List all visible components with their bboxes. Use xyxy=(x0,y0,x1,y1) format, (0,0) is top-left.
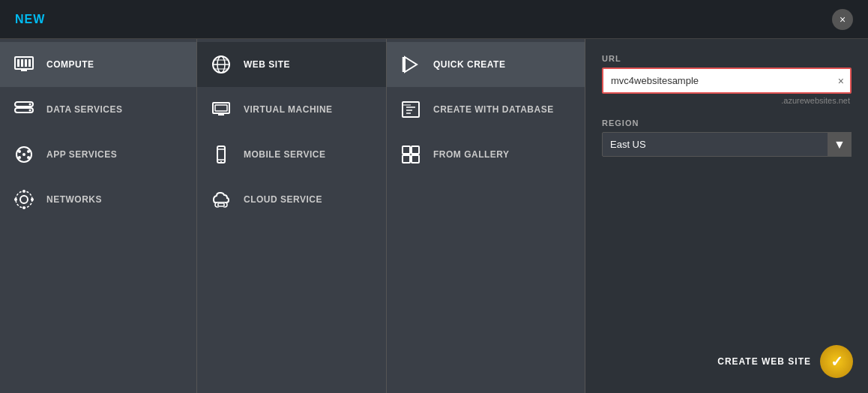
nav-item-web-site[interactable]: WEB SITE xyxy=(197,42,386,87)
sidebar-item-networks[interactable]: NETWORKS xyxy=(0,177,196,222)
sidebar-item-compute[interactable]: COMPUTE xyxy=(0,42,196,87)
svg-rect-45 xyxy=(403,146,410,154)
region-select-wrapper: East US West US East Asia West Europe ▼ xyxy=(602,132,852,157)
url-suffix: .azurewebsites.net xyxy=(602,96,852,105)
nav-virtual-machine-label: VIRTUAL MACHINE xyxy=(244,104,333,115)
mobile-service-icon xyxy=(209,142,233,166)
create-web-site-label: CREATE WEB SITE xyxy=(717,356,811,367)
nav-cloud-service-label: CLOUD SERVICE xyxy=(244,194,322,205)
svg-point-35 xyxy=(220,161,222,163)
nav-item-quick-create[interactable]: QUICK CREATE xyxy=(387,42,585,87)
sidebar-item-data-services[interactable]: DATA SERVICES xyxy=(0,87,196,132)
subcategory-column: WEB SITE VIRTUAL MACHINE xyxy=(197,39,387,393)
svg-rect-3 xyxy=(25,59,27,67)
form-column: URL × .azurewebsites.net REGION East US … xyxy=(585,39,868,393)
create-web-site-area[interactable]: CREATE WEB SITE xyxy=(717,345,853,378)
svg-point-13 xyxy=(27,150,30,153)
app-services-icon xyxy=(12,142,36,166)
sidebar-item-networks-label: NETWORKS xyxy=(46,194,102,205)
region-label: REGION xyxy=(602,118,852,128)
category-column: COMPUTE DATA SERVICES xyxy=(0,39,197,393)
region-field-group: REGION East US West US East Asia West Eu… xyxy=(602,118,852,157)
svg-marker-40 xyxy=(405,57,417,72)
svg-point-10 xyxy=(29,110,31,112)
nav-item-virtual-machine[interactable]: VIRTUAL MACHINE xyxy=(197,87,386,132)
data-services-icon xyxy=(12,98,36,122)
sidebar-item-app-label: APP SERVICES xyxy=(46,149,117,160)
svg-rect-48 xyxy=(412,155,419,163)
svg-point-15 xyxy=(27,156,30,159)
dialog-header: NEW × xyxy=(0,0,868,39)
url-clear-button[interactable]: × xyxy=(832,72,850,90)
svg-rect-4 xyxy=(28,59,31,67)
url-input[interactable] xyxy=(603,69,832,92)
nav-quick-create-label: QUICK CREATE xyxy=(433,59,505,70)
quick-create-icon xyxy=(399,52,423,76)
nav-item-mobile-service[interactable]: MOBILE SERVICE xyxy=(197,132,386,177)
svg-rect-41 xyxy=(403,102,419,117)
sidebar-item-data-label: DATA SERVICES xyxy=(46,104,122,115)
svg-point-18 xyxy=(16,191,32,208)
virtual-machine-icon xyxy=(209,98,233,122)
nav-from-gallery-label: FROM GALLERY xyxy=(433,149,510,160)
dialog-title: NEW xyxy=(15,13,45,26)
nav-mobile-service-label: MOBILE SERVICE xyxy=(244,149,325,160)
main-content: COMPUTE DATA SERVICES xyxy=(0,39,868,393)
action-column: QUICK CREATE CREATE WITH DATABASE xyxy=(387,39,585,393)
close-button[interactable]: × xyxy=(832,9,853,30)
region-select[interactable]: East US West US East Asia West Europe xyxy=(602,132,852,157)
url-label: URL xyxy=(602,54,852,63)
svg-point-12 xyxy=(18,150,21,153)
svg-rect-47 xyxy=(403,155,410,163)
from-gallery-icon xyxy=(399,142,423,166)
svg-point-17 xyxy=(20,196,28,203)
svg-rect-46 xyxy=(412,146,419,154)
nav-item-cloud-service[interactable]: CLOUD SERVICE xyxy=(197,177,386,222)
svg-point-19 xyxy=(22,190,25,193)
url-input-wrapper: × xyxy=(602,68,852,94)
svg-point-14 xyxy=(18,156,21,159)
web-site-icon xyxy=(209,52,233,76)
svg-point-21 xyxy=(14,198,17,201)
nav-create-db-label: CREATE WITH DATABASE xyxy=(433,104,554,115)
svg-rect-29 xyxy=(215,105,227,111)
cloud-service-icon xyxy=(209,188,233,212)
svg-point-9 xyxy=(29,104,31,106)
svg-point-20 xyxy=(22,206,25,209)
svg-point-16 xyxy=(22,153,25,156)
nav-web-site-label: WEB SITE xyxy=(244,59,290,70)
nav-item-create-with-database[interactable]: CREATE WITH DATABASE xyxy=(387,87,585,132)
svg-rect-1 xyxy=(17,59,19,67)
create-web-site-button[interactable] xyxy=(820,345,853,378)
svg-point-22 xyxy=(31,198,34,201)
compute-icon xyxy=(12,52,36,76)
sidebar-item-app-services[interactable]: APP SERVICES xyxy=(0,132,196,177)
svg-rect-2 xyxy=(21,59,23,67)
sidebar-item-compute-label: COMPUTE xyxy=(46,59,94,70)
nav-item-from-gallery[interactable]: FROM GALLERY xyxy=(387,132,585,177)
networks-icon xyxy=(12,188,36,212)
create-with-database-icon xyxy=(399,98,423,122)
url-field-group: URL × .azurewebsites.net xyxy=(602,54,852,105)
